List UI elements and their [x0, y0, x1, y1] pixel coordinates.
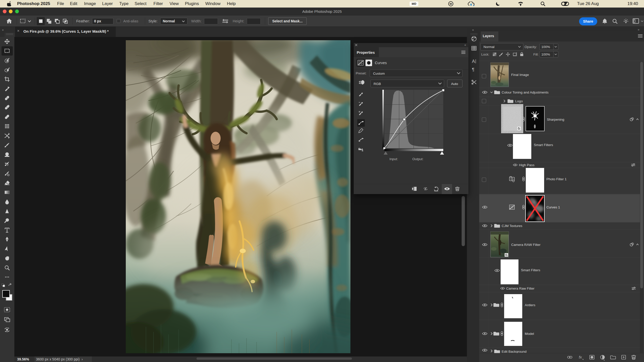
svg-text:Input:: Input: — [389, 157, 398, 161]
svg-text:High Pass: High Pass — [519, 163, 535, 167]
svg-text:«: « — [472, 28, 474, 32]
svg-text:Camera Raw Filter: Camera Raw Filter — [506, 287, 535, 290]
svg-text:Logo: Logo — [515, 99, 523, 103]
svg-text:Custom: Custom — [373, 72, 385, 75]
svg-text:Output:: Output: — [412, 157, 423, 161]
svg-text:Curves 1: Curves 1 — [546, 205, 560, 209]
svg-text:Colour Toning and Adjustments: Colour Toning and Adjustments — [502, 90, 549, 94]
svg-text:Properties: Properties — [357, 51, 375, 55]
svg-text:Preset:: Preset: — [356, 71, 367, 75]
svg-text:Layers: Layers — [483, 34, 494, 38]
svg-text:Auto: Auto — [451, 82, 458, 86]
svg-text:Final Image: Final Image — [511, 73, 529, 77]
svg-text:Curves: Curves — [375, 61, 387, 65]
svg-text:CJM Textures: CJM Textures — [502, 224, 522, 228]
svg-text:Model: Model — [525, 332, 534, 336]
svg-text:Photo Filter 1: Photo Filter 1 — [546, 177, 567, 181]
svg-text:»: » — [638, 28, 639, 31]
svg-text:100%: 100% — [541, 53, 550, 56]
svg-text:¶: ¶ — [472, 67, 474, 72]
svg-text:Camera RAW Filter: Camera RAW Filter — [511, 243, 541, 247]
svg-text:100%: 100% — [541, 45, 550, 49]
svg-text:A: A — [472, 59, 475, 64]
svg-text:Fill:: Fill: — [533, 53, 539, 56]
svg-text:fx: fx — [579, 355, 582, 359]
svg-text:Antlers: Antlers — [525, 303, 535, 307]
svg-text:Edit Background: Edit Background — [502, 350, 527, 353]
svg-text:Opacity:: Opacity: — [525, 45, 537, 49]
svg-text:Lock:: Lock: — [481, 53, 489, 56]
svg-text:Normal: Normal — [484, 45, 495, 49]
svg-text:Smart Filters: Smart Filters — [521, 268, 540, 272]
svg-text:Smart Filters: Smart Filters — [534, 143, 553, 147]
svg-text:«: « — [464, 43, 466, 47]
svg-text:RGB: RGB — [374, 82, 381, 86]
svg-text:Sharpening: Sharpening — [547, 118, 564, 121]
